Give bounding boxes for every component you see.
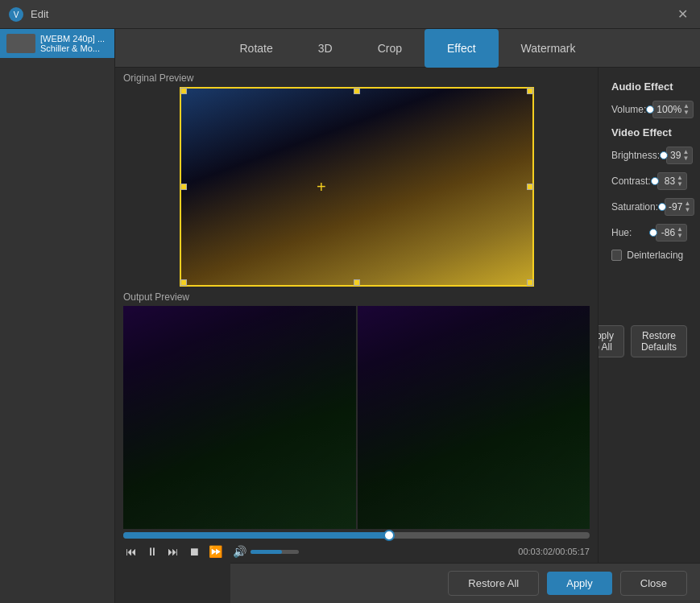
svg-text:V: V (14, 10, 19, 19)
brightness-spinbox-value: 39 (670, 150, 682, 161)
restore-defaults-button[interactable]: Restore Defaults (631, 325, 687, 357)
hue-spin-down[interactable]: ▼ (677, 233, 683, 239)
tab-3d[interactable]: 3D (296, 29, 355, 68)
handle-br[interactable] (527, 279, 533, 286)
stop-button[interactable]: ⏹ (186, 543, 202, 560)
volume-slider-thumb[interactable] (646, 105, 654, 114)
volume-spinbox-value: 100% (657, 104, 683, 115)
sidebar: [WEBM 240p] ... Schiller & Mo... (0, 29, 115, 603)
titlebar: V Edit ✕ (0, 0, 700, 29)
preview-panel: Original Preview + Output Preview (115, 68, 599, 563)
apply-row: Apply to All Restore Defaults (611, 325, 687, 357)
right-panel: Audio Effect Volume: 100% ▲ ▼ (599, 68, 700, 563)
brightness-slider-thumb[interactable] (660, 151, 668, 159)
video-controls: ⏮ ⏸ ⏭ ⏹ ⏩ 🔊 00:03:02/00:05:17 (115, 529, 598, 563)
hue-spinbox-value: -86 (660, 227, 677, 238)
audio-effect-title: Audio Effect (611, 81, 687, 93)
original-preview-container: + (115, 87, 598, 287)
contrast-slider-thumb[interactable] (651, 177, 659, 185)
sidebar-thumb-1 (6, 34, 35, 53)
app-icon: V (8, 6, 24, 23)
apply-to-all-button[interactable]: Apply to All (599, 325, 624, 357)
brightness-spin-down[interactable]: ▼ (682, 155, 689, 162)
crosshair-icon: + (317, 178, 326, 196)
deinterlacing-row: Deinterlacing (611, 250, 687, 261)
volume-spinbox-arrows[interactable]: ▲ ▼ (683, 103, 690, 116)
handle-bl[interactable] (180, 279, 187, 286)
apply-button[interactable]: Apply (547, 572, 612, 595)
saturation-row: Saturation: -97 ▲ ▼ (611, 198, 687, 216)
output-image-right (358, 306, 590, 529)
contrast-spinbox[interactable]: 83 ▲ ▼ (657, 172, 687, 190)
output-preview-container: Output Preview (115, 287, 598, 529)
hue-spinbox[interactable]: -86 ▲ ▼ (656, 224, 687, 242)
window-title: Edit (31, 8, 673, 20)
skip-forward-button[interactable]: ⏭ (165, 543, 181, 560)
saturation-label: Saturation: (611, 201, 658, 213)
volume-bar[interactable] (251, 550, 299, 554)
brightness-spinbox[interactable]: 39 ▲ ▼ (666, 147, 693, 164)
volume-fill (251, 550, 282, 554)
handle-rm[interactable] (527, 184, 533, 190)
main-area: Rotate 3D Crop Effect Watermark Original… (115, 29, 700, 603)
brightness-row: Brightness: 39 ▲ ▼ (611, 147, 687, 164)
tab-watermark[interactable]: Watermark (499, 29, 599, 68)
progress-fill (123, 532, 389, 539)
tab-effect[interactable]: Effect (425, 29, 499, 68)
video-effect-title: Video Effect (611, 126, 687, 138)
contrast-spin-down[interactable]: ▼ (677, 181, 683, 188)
bottom-bar: Restore All Apply Close (230, 563, 700, 603)
close-icon[interactable]: ✕ (673, 5, 692, 24)
controls-row: ⏮ ⏸ ⏭ ⏹ ⏩ 🔊 00:03:02/00:05:17 (123, 543, 590, 560)
volume-spinbox[interactable]: 100% ▲ ▼ (652, 101, 694, 118)
output-image-left (123, 306, 356, 529)
hue-row: Hue: -86 ▲ ▼ (611, 224, 687, 242)
saturation-spinbox-arrows[interactable]: ▲ ▼ (684, 200, 690, 213)
content-area: Original Preview + Output Preview (115, 68, 700, 563)
handle-lm[interactable] (180, 184, 187, 190)
deinterlacing-label: Deinterlacing (627, 250, 687, 261)
skip-back-button[interactable]: ⏮ (123, 543, 139, 560)
original-figure (181, 89, 532, 285)
contrast-row: Contrast: 83 ▲ ▼ (611, 172, 687, 190)
deinterlacing-checkbox[interactable] (611, 250, 622, 261)
handle-tm[interactable] (354, 88, 360, 94)
tabbar: Rotate 3D Crop Effect Watermark (115, 29, 700, 68)
handle-tl[interactable] (180, 88, 187, 94)
sidebar-item-sublabel-1: Schiller & Mo... (40, 43, 105, 53)
saturation-spin-down[interactable]: ▼ (684, 207, 690, 213)
brightness-label: Brightness: (611, 150, 660, 161)
volume-area: 🔊 (231, 543, 299, 560)
close-button[interactable]: Close (620, 571, 687, 596)
sidebar-item-label-1: [WEBM 240p] ... (40, 34, 105, 43)
saturation-spinbox-value: -97 (669, 201, 684, 213)
volume-label: Volume: (611, 104, 646, 115)
hue-slider-thumb[interactable] (649, 229, 657, 237)
saturation-spinbox[interactable]: -97 ▲ ▼ (665, 198, 694, 216)
handle-tr[interactable] (527, 88, 533, 94)
sidebar-item-1[interactable]: [WEBM 240p] ... Schiller & Mo... (0, 29, 114, 58)
progress-bar[interactable] (123, 532, 590, 539)
contrast-spinbox-arrows[interactable]: ▲ ▼ (677, 175, 683, 188)
contrast-label: Contrast: (611, 176, 651, 187)
next-frame-button[interactable]: ⏩ (207, 543, 223, 560)
output-images-row (115, 306, 598, 529)
output-preview-label: Output Preview (115, 287, 598, 306)
tab-crop[interactable]: Crop (355, 29, 425, 68)
progress-thumb[interactable] (383, 530, 395, 541)
original-preview-label: Original Preview (115, 68, 598, 87)
handle-bm[interactable] (354, 279, 360, 286)
contrast-spinbox-value: 83 (661, 176, 677, 187)
restore-all-button[interactable]: Restore All (448, 571, 539, 596)
saturation-slider-thumb[interactable] (658, 203, 666, 211)
volume-icon[interactable]: 🔊 (231, 543, 247, 560)
time-display: 00:03:02/00:05:17 (518, 547, 590, 556)
volume-row: Volume: 100% ▲ ▼ (611, 101, 687, 118)
brightness-spinbox-arrows[interactable]: ▲ ▼ (682, 149, 689, 162)
original-preview-image: + (180, 87, 534, 287)
hue-spinbox-arrows[interactable]: ▲ ▼ (677, 226, 683, 239)
play-pause-button[interactable]: ⏸ (144, 543, 160, 560)
hue-label: Hue: (611, 227, 649, 238)
tab-rotate[interactable]: Rotate (217, 29, 296, 68)
volume-spin-down[interactable]: ▼ (683, 109, 690, 116)
